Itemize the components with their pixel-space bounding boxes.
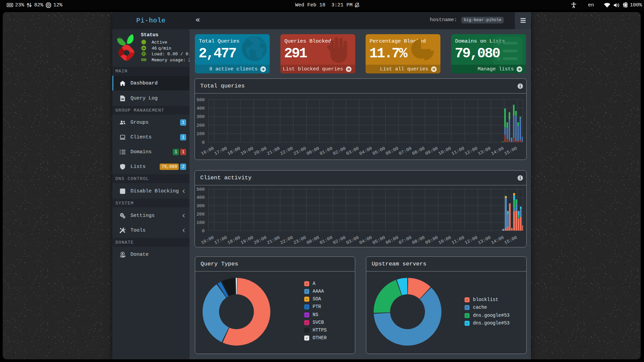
svg-text:14:00: 14:00 — [490, 146, 505, 156]
svg-text:16:00: 16:00 — [200, 235, 215, 245]
svg-text:17:00: 17:00 — [214, 235, 228, 245]
svg-text:22:00: 22:00 — [279, 146, 294, 156]
svg-text:500: 500 — [197, 98, 205, 103]
svg-text:0: 0 — [202, 140, 205, 145]
svg-text:01:00: 01:00 — [319, 235, 333, 245]
svg-text:19:00: 19:00 — [240, 235, 254, 245]
svg-text:13:00: 13:00 — [477, 146, 492, 156]
svg-text:02:00: 02:00 — [332, 235, 346, 245]
svg-text:03:00: 03:00 — [345, 235, 360, 245]
svg-text:500: 500 — [197, 187, 205, 192]
svg-text:10:00: 10:00 — [438, 146, 452, 156]
svg-text:23:00: 23:00 — [292, 146, 307, 156]
svg-text:18:00: 18:00 — [227, 146, 241, 156]
svg-text:18:00: 18:00 — [227, 235, 241, 245]
svg-text:04:00: 04:00 — [359, 146, 373, 156]
svg-text:07:00: 07:00 — [398, 235, 413, 245]
svg-text:05:00: 05:00 — [372, 235, 386, 245]
svg-text:14:00: 14:00 — [490, 235, 505, 245]
svg-text:00:00: 00:00 — [306, 235, 320, 245]
svg-text:100: 100 — [197, 220, 205, 225]
svg-text:04:00: 04:00 — [359, 235, 373, 245]
svg-text:03:00: 03:00 — [345, 146, 360, 156]
svg-text:09:00: 09:00 — [424, 235, 439, 245]
svg-text:06:00: 06:00 — [385, 146, 399, 156]
svg-text:20:00: 20:00 — [253, 235, 267, 245]
svg-text:300: 300 — [197, 203, 205, 208]
svg-text:00:00: 00:00 — [306, 146, 320, 156]
svg-text:12:00: 12:00 — [464, 235, 478, 245]
svg-text:400: 400 — [197, 106, 205, 111]
svg-text:100: 100 — [197, 131, 205, 136]
svg-text:20:00: 20:00 — [253, 146, 267, 156]
svg-text:17:00: 17:00 — [214, 146, 228, 156]
svg-text:13:00: 13:00 — [477, 235, 492, 245]
svg-text:200: 200 — [197, 212, 205, 217]
svg-text:400: 400 — [197, 195, 205, 200]
svg-text:19:00: 19:00 — [240, 146, 254, 156]
svg-text:07:00: 07:00 — [398, 146, 413, 156]
svg-text:300: 300 — [197, 114, 205, 119]
svg-text:05:00: 05:00 — [372, 146, 386, 156]
svg-text:12:00: 12:00 — [464, 146, 478, 156]
svg-text:06:00: 06:00 — [385, 235, 399, 245]
svg-text:21:00: 21:00 — [266, 146, 281, 156]
svg-text:08:00: 08:00 — [411, 235, 426, 245]
svg-text:15:00: 15:00 — [503, 235, 518, 245]
svg-text:200: 200 — [197, 123, 205, 128]
svg-text:21:00: 21:00 — [266, 235, 281, 245]
svg-text:11:00: 11:00 — [451, 146, 465, 156]
svg-text:0: 0 — [202, 229, 205, 234]
svg-text:02:00: 02:00 — [332, 146, 346, 156]
svg-text:11:00: 11:00 — [451, 235, 465, 245]
svg-text:23:00: 23:00 — [292, 235, 307, 245]
svg-text:08:00: 08:00 — [411, 146, 426, 156]
svg-text:22:00: 22:00 — [279, 235, 294, 245]
svg-text:16:00: 16:00 — [200, 146, 215, 156]
svg-text:10:00: 10:00 — [438, 235, 452, 245]
svg-text:15:00: 15:00 — [503, 146, 518, 156]
svg-text:01:00: 01:00 — [319, 146, 333, 156]
svg-text:09:00: 09:00 — [424, 146, 439, 156]
